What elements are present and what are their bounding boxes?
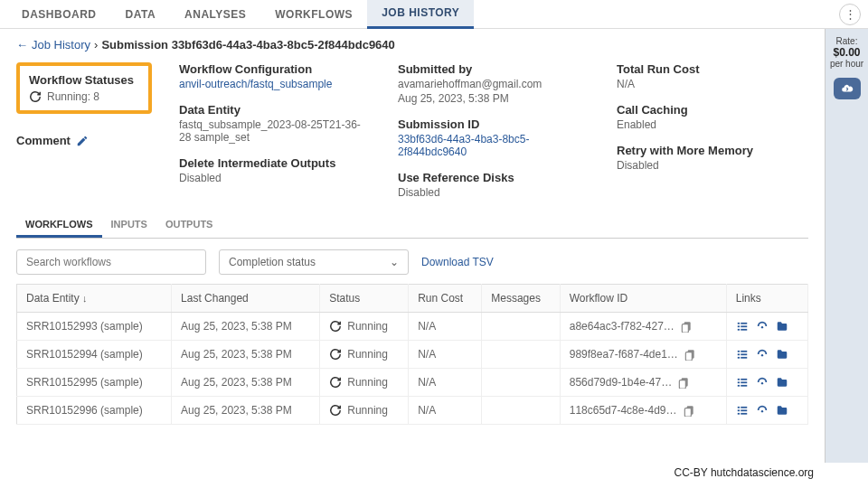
retry-label: Retry with More Memory: [617, 144, 808, 157]
list-icon[interactable]: [736, 376, 749, 389]
col-changed[interactable]: Last Changed: [172, 285, 320, 313]
breadcrumb-job-history[interactable]: Job History: [32, 38, 90, 52]
cell-changed: Aug 25, 2023, 5:38 PM: [172, 369, 320, 397]
back-arrow-icon[interactable]: ←: [16, 38, 28, 52]
table-row: SRR10152995 (sample)Aug 25, 2023, 5:38 P…: [17, 369, 808, 397]
rate-value: $0.00: [833, 46, 860, 59]
subtab-workflows[interactable]: WORKFLOWS: [16, 213, 102, 238]
running-count: Running: 8: [47, 90, 99, 103]
edit-icon[interactable]: [76, 135, 89, 147]
cell-entity: SRR10152994 (sample): [17, 341, 172, 369]
cell-links: [726, 341, 807, 369]
submitted-by-label: Submitted by: [398, 62, 590, 76]
copy-icon[interactable]: [684, 348, 696, 361]
svg-rect-6: [737, 329, 739, 331]
tab-job-history[interactable]: JOB HISTORY: [367, 0, 474, 29]
col-messages[interactable]: Messages: [482, 285, 560, 313]
cell-status: Running: [320, 341, 409, 369]
svg-rect-12: [741, 351, 747, 352]
svg-rect-23: [741, 381, 747, 383]
folder-icon[interactable]: [776, 404, 788, 417]
submission-id-value[interactable]: 33bf63d6-44a3-4ba3-8bc5-2f844bdc9640: [398, 133, 590, 158]
more-menu-icon[interactable]: ⋮: [839, 4, 861, 25]
workflow-statuses-title: Workflow Statuses: [29, 73, 139, 87]
config-value[interactable]: anvil-outreach/fastq_subsample: [179, 78, 371, 90]
cell-status: Running: [320, 313, 409, 341]
download-tsv-link[interactable]: Download TSV: [421, 256, 494, 268]
submission-id-label: Submission ID: [398, 117, 590, 131]
tab-workflows[interactable]: WORKFLOWS: [260, 1, 367, 28]
svg-rect-30: [741, 407, 747, 408]
submitted-by-date: Aug 25, 2023, 5:38 PM: [398, 92, 590, 105]
list-icon[interactable]: [736, 404, 749, 417]
svg-rect-2: [737, 323, 739, 324]
cloud-icon[interactable]: [834, 78, 861, 99]
refresh-icon: [29, 90, 42, 103]
col-wfid[interactable]: Workflow ID: [560, 285, 726, 313]
dashboard-icon[interactable]: [756, 404, 769, 417]
chevron-down-icon: ⌄: [390, 256, 399, 268]
dashboard-icon[interactable]: [756, 320, 769, 333]
col-cost[interactable]: Run Cost: [409, 285, 482, 313]
tab-analyses[interactable]: ANALYSES: [170, 1, 260, 28]
breadcrumb-separator: ›: [94, 38, 98, 52]
col-status[interactable]: Status: [320, 285, 409, 313]
breadcrumb-current: Submission 33bf63d6-44a3-4ba3-8bc5-2f844…: [101, 38, 394, 52]
col-links[interactable]: Links: [726, 285, 807, 313]
config-label: Workflow Configuration: [179, 62, 371, 76]
cell-status: Running: [320, 397, 409, 425]
col-entity[interactable]: Data Entity ↓: [17, 285, 172, 313]
entity-label: Data Entity: [179, 103, 371, 117]
folder-icon[interactable]: [776, 376, 788, 389]
svg-rect-20: [737, 379, 739, 380]
cell-wfid: 989f8ea7-f687-4de1…: [560, 341, 726, 369]
delete-value: Disabled: [179, 172, 371, 184]
subtab-outputs[interactable]: OUTPUTS: [156, 213, 222, 238]
refresh-icon: [329, 376, 342, 389]
cell-changed: Aug 25, 2023, 5:38 PM: [172, 341, 320, 369]
cell-messages: [482, 341, 560, 369]
svg-rect-7: [741, 329, 747, 331]
svg-rect-24: [737, 385, 739, 387]
svg-rect-3: [741, 323, 747, 324]
refresh-icon: [329, 320, 342, 333]
svg-rect-15: [737, 357, 739, 359]
folder-icon[interactable]: [776, 348, 788, 361]
ref-disks-value: Disabled: [398, 186, 590, 199]
list-icon[interactable]: [736, 348, 749, 361]
table-row: SRR10152993 (sample)Aug 25, 2023, 5:38 P…: [17, 313, 808, 341]
svg-rect-28: [684, 408, 691, 417]
completion-status-label: Completion status: [229, 256, 316, 268]
svg-rect-25: [741, 385, 747, 387]
cell-links: [726, 397, 807, 425]
table-row: SRR10152996 (sample)Aug 25, 2023, 5:38 P…: [17, 397, 808, 425]
comment-label: Comment: [16, 134, 71, 147]
cell-cost: N/A: [409, 341, 482, 369]
caching-label: Call Caching: [617, 103, 808, 117]
svg-point-17: [761, 354, 763, 356]
folder-icon[interactable]: [776, 320, 788, 333]
dashboard-icon[interactable]: [756, 348, 769, 361]
dashboard-icon[interactable]: [756, 376, 769, 389]
search-input[interactable]: [16, 249, 206, 275]
svg-rect-22: [737, 381, 739, 383]
subtab-inputs[interactable]: INPUTS: [102, 213, 156, 238]
entity-value: fastq_subsample_2023-08-25T21-36-28 samp…: [179, 118, 371, 144]
cell-entity: SRR10152996 (sample): [17, 397, 172, 425]
tab-dashboard[interactable]: DASHBOARD: [7, 1, 111, 28]
cell-messages: [482, 369, 560, 397]
refresh-icon: [329, 348, 342, 361]
svg-rect-4: [737, 325, 739, 327]
completion-status-select[interactable]: Completion status ⌄: [219, 249, 409, 275]
tab-data[interactable]: DATA: [111, 1, 171, 28]
cell-wfid: 856d79d9-1b4e-47…: [560, 369, 726, 397]
submitted-by-email: avamariehoffman@gmail.com: [398, 78, 590, 90]
caching-value: Enabled: [617, 118, 808, 131]
copy-icon[interactable]: [683, 404, 695, 417]
copy-icon[interactable]: [677, 376, 690, 389]
cell-wfid: a8e64ac3-f782-427…: [560, 313, 726, 341]
sort-down-icon: ↓: [82, 293, 88, 304]
list-icon[interactable]: [736, 320, 749, 333]
svg-point-26: [761, 382, 763, 384]
copy-icon[interactable]: [680, 320, 693, 333]
